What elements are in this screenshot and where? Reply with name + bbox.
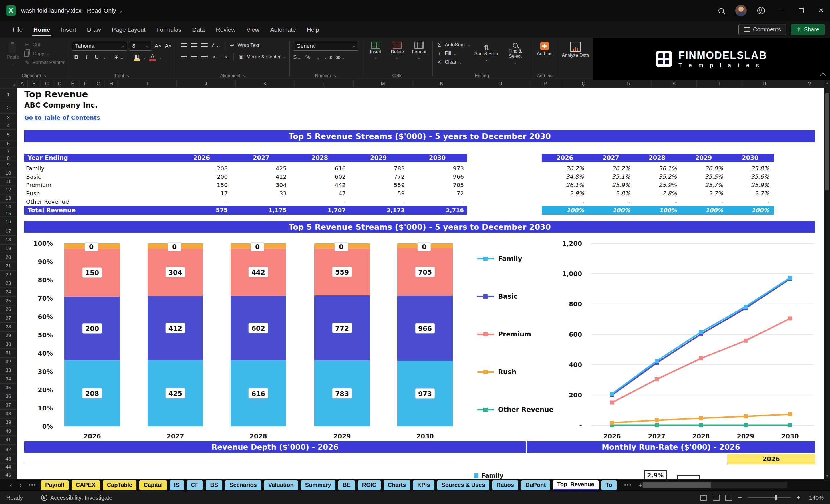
row-header-3[interactable]: 3 [0, 114, 17, 122]
increase-font-button[interactable]: A˄ [154, 42, 162, 50]
total-revenue-label[interactable]: Total Revenue [28, 206, 151, 215]
value-cell[interactable]: 772 [346, 173, 405, 181]
row-header-10[interactable]: 10 [0, 169, 17, 178]
value-cell[interactable]: - [228, 198, 287, 206]
accessibility-status[interactable]: Accessibility: Investigate [41, 495, 113, 501]
value-cell[interactable]: - [405, 198, 464, 206]
menu-file[interactable]: File [7, 21, 28, 38]
column-header-N[interactable]: N [412, 80, 471, 88]
pct-cell[interactable]: 36.0% [677, 164, 723, 173]
tabs-scroll-right[interactable]: › [17, 480, 24, 490]
autosum-button[interactable]: ΣAutoSum⌄ [436, 41, 470, 49]
sheet-tab-be[interactable]: BE [338, 480, 355, 490]
account-button[interactable] [732, 0, 750, 21]
find-select-button[interactable]: Find & Select⌄ [503, 42, 528, 65]
column-header-O[interactable]: O [471, 80, 530, 88]
toc-link[interactable]: Go to Table of Contents [24, 114, 100, 121]
row-headers[interactable]: 1234567891011121314151617181920212223242… [0, 88, 17, 479]
number-format-select[interactable]: General⌄ [293, 41, 358, 51]
search-button[interactable] [712, 0, 730, 21]
sheet-tab-roic[interactable]: ROIC [358, 480, 381, 490]
pct-cell[interactable]: 35.2% [631, 173, 677, 181]
row-header-26[interactable]: 26 [0, 306, 17, 314]
menu-data[interactable]: Data [187, 21, 210, 38]
value-cell[interactable]: 602 [287, 173, 346, 181]
value-cell[interactable]: 559 [346, 181, 405, 189]
runrate-value-box[interactable]: 2.9% [644, 470, 667, 479]
row-header-9[interactable]: 9 [0, 161, 17, 169]
clipboard-dialog-launcher[interactable]: ↘ [43, 74, 46, 78]
zoom-slider-thumb[interactable] [775, 495, 777, 500]
pct-year-header-2026[interactable]: 2026 [542, 154, 587, 162]
paste-button[interactable]: Paste⌄ [3, 42, 22, 65]
cut-button[interactable]: ✂Cut [24, 41, 65, 49]
column-header-U[interactable]: U [742, 80, 787, 88]
orientation-button[interactable]: ∠⌄ [211, 41, 221, 50]
align-middle-icon[interactable] [191, 43, 197, 48]
total-pct-cell[interactable]: 100% [677, 206, 723, 215]
pct-cell[interactable]: 2.8% [584, 189, 630, 198]
zoom-slider[interactable] [747, 497, 791, 498]
pct-cell[interactable]: 35.6% [723, 173, 769, 181]
analyze-data-button[interactable]: Analyze Data [562, 41, 589, 58]
row-header-8[interactable]: 8 [0, 156, 17, 161]
underline-button[interactable]: U [92, 53, 101, 62]
spreadsheet-canvas[interactable]: Top Revenue ABC Company Inc. Go to Table… [17, 88, 824, 479]
row-header-41[interactable]: 41 [0, 436, 17, 444]
row-label-premium[interactable]: Premium [26, 181, 149, 189]
row-header-30[interactable]: 30 [0, 340, 17, 349]
accounting-format-button[interactable]: $⌄ [293, 53, 302, 62]
row-label-basic[interactable]: Basic [26, 173, 149, 181]
total-value-cell[interactable]: 575 [169, 206, 228, 215]
value-cell[interactable]: 200 [169, 173, 228, 181]
align-center-icon[interactable] [191, 55, 197, 59]
value-cell[interactable]: 442 [287, 181, 346, 189]
menu-review[interactable]: Review [211, 21, 241, 38]
column-header-L[interactable]: L [295, 80, 353, 88]
sheet-tab-capex[interactable]: CAPEX [71, 480, 100, 490]
row-header-45[interactable]: 45 [0, 471, 17, 479]
pct-cell[interactable]: - [631, 198, 677, 206]
vertical-scroll-thumb[interactable] [825, 93, 829, 190]
pct-cell[interactable]: - [584, 198, 630, 206]
font-dialog-launcher[interactable]: ↘ [126, 74, 130, 78]
row-header-12[interactable]: 12 [0, 186, 17, 194]
row-header-17[interactable]: 17 [0, 227, 17, 236]
row-header-5[interactable]: 5 [0, 130, 17, 140]
tabs-scroll-left[interactable]: ‹ [7, 480, 14, 490]
menu-automate[interactable]: Automate [265, 21, 301, 38]
row-header-6[interactable]: 6 [0, 140, 17, 147]
total-pct-cell[interactable]: 100% [538, 206, 584, 215]
sheet-tab-dupont[interactable]: DuPont [521, 480, 550, 490]
row-header-34[interactable]: 34 [0, 375, 17, 384]
column-header-A[interactable]: A [17, 80, 28, 88]
row-header-16[interactable]: 16 [0, 216, 17, 227]
value-cell[interactable]: 17 [169, 189, 228, 198]
font-size-select[interactable]: 8⌄ [129, 41, 152, 51]
zoom-level[interactable]: 140% [806, 495, 824, 501]
row-header-2[interactable]: 2 [0, 102, 17, 114]
column-header-F[interactable]: F [79, 80, 92, 88]
pct-cell[interactable]: 34.8% [538, 173, 584, 181]
pct-cell[interactable]: 25.9% [584, 181, 630, 189]
column-header-T[interactable]: T [697, 80, 742, 88]
pct-cell[interactable]: 2.7% [723, 189, 769, 198]
runrate-value-box-2[interactable] [677, 475, 700, 479]
align-bottom-icon[interactable] [201, 43, 208, 48]
page-layout-view-button[interactable] [713, 495, 720, 501]
column-header-V[interactable]: V [787, 80, 824, 88]
menu-view[interactable]: View [241, 21, 264, 38]
row-header-44[interactable]: 44 [0, 463, 17, 471]
line-chart[interactable]: 1,2001,000800600400200-20262027202820292… [559, 241, 824, 441]
sheet-tab-summary[interactable]: Summary [301, 480, 336, 490]
increase-indent-button[interactable]: ⇥ [221, 53, 229, 61]
value-cell[interactable]: 412 [228, 173, 287, 181]
wrap-text-button[interactable]: ↩Wrap Text [229, 42, 259, 49]
restore-button[interactable] [792, 0, 810, 21]
increase-decimal-button[interactable]: ←.0 [324, 53, 332, 62]
sheet-tab-ratios[interactable]: Ratios [492, 480, 518, 490]
sheet-tab-captable[interactable]: CapTable [103, 480, 137, 490]
normal-view-button[interactable] [700, 495, 707, 501]
value-cell[interactable]: - [169, 198, 228, 206]
row-header-11[interactable]: 11 [0, 178, 17, 186]
